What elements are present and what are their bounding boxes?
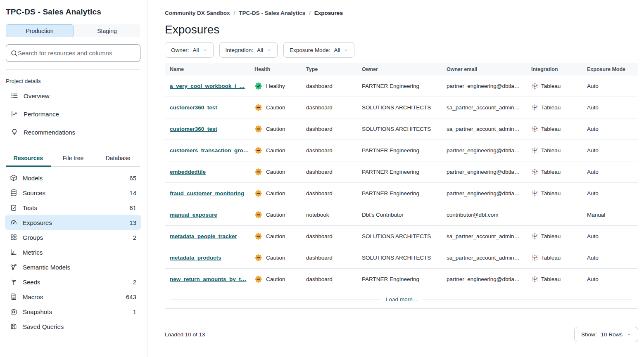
filter-value: All xyxy=(193,47,199,53)
integration-cell: Tableau xyxy=(526,276,582,283)
resource-count: 65 xyxy=(129,175,136,182)
load-more-link[interactable]: Load more... xyxy=(380,296,423,303)
exposure-name-link[interactable]: a_very_cool_workbook_i_… xyxy=(170,83,245,89)
sidebar-item-saved-queries[interactable]: Saved Queries xyxy=(5,319,141,334)
exposure-mode-filter[interactable]: Exposure Mode: All xyxy=(283,42,354,58)
owner-cell: SOLUTIONS ARCHITECTS xyxy=(357,126,442,132)
health-cell: Caution xyxy=(250,168,301,176)
owner-cell: SOLUTIONS ARCHITECTS xyxy=(357,233,442,239)
filter-value: All xyxy=(334,47,340,53)
type-cell: dashboard xyxy=(301,233,357,239)
sidebar-item-label: Tests xyxy=(23,204,37,211)
chevron-down-icon xyxy=(267,48,271,52)
exposure-name-link[interactable]: customer360_test xyxy=(170,104,217,111)
health-badge-icon xyxy=(254,104,262,111)
chevron-down-icon xyxy=(344,48,348,52)
sidebar-item-snapshots[interactable]: Snapshots 1 xyxy=(5,304,141,319)
table-row: embeddedtile Caution dashboard PARTNER E… xyxy=(165,161,638,183)
breadcrumb: Community DX Sandbox / TPC-DS - Sales An… xyxy=(165,10,638,16)
table-row: metadata_people_tracker Caution dashboar… xyxy=(165,226,638,247)
integration-label: Tableau xyxy=(541,104,561,111)
exposure-mode-cell: Auto xyxy=(582,83,638,89)
sidebar-item-groups[interactable]: Groups 2 xyxy=(5,230,141,245)
load-more-row: Load more... xyxy=(165,290,638,309)
tab-staging[interactable]: Staging xyxy=(74,24,140,37)
tab-resources[interactable]: Resources xyxy=(6,151,51,167)
health-cell: Caution xyxy=(250,254,301,262)
tab-file-tree[interactable]: File tree xyxy=(51,151,96,167)
exposure-mode-cell: Auto xyxy=(582,147,638,154)
main-content: Community DX Sandbox / TPC-DS - Sales An… xyxy=(147,0,644,357)
tableau-icon xyxy=(531,254,538,261)
breadcrumb-account[interactable]: Community DX Sandbox xyxy=(165,10,230,16)
integration-filter[interactable]: Integration: All xyxy=(219,42,278,58)
exposure-name-link[interactable]: customers_transaction_gro… xyxy=(170,147,249,154)
rows-per-page-select[interactable]: Show: 10 Rows xyxy=(574,327,638,342)
owner-filter[interactable]: Owner: All xyxy=(165,42,214,58)
gauge-icon xyxy=(10,219,17,226)
tableau-icon xyxy=(531,125,538,132)
tab-production[interactable]: Production xyxy=(6,24,74,37)
exposure-mode-cell: Auto xyxy=(582,126,638,132)
sidebar-item-semantic-models[interactable]: Semantic Models xyxy=(5,260,141,274)
sidebar-item-exposures[interactable]: Exposures 13 xyxy=(5,215,141,230)
trend-chart-icon xyxy=(11,110,18,118)
exposure-name-link[interactable]: fraud_customer_monitoring xyxy=(170,190,244,196)
exposure-name-link[interactable]: new_return_amounts_by_t… xyxy=(170,276,246,282)
owner-email-cell: sa_partner_account_admin… xyxy=(442,233,526,239)
sidebar-item-label: Recommendations xyxy=(24,129,75,136)
health-cell: Caution xyxy=(250,232,301,240)
health-cell: Caution xyxy=(250,125,301,133)
sidebar-item-macros[interactable]: Macros 643 xyxy=(5,289,141,304)
tableau-icon xyxy=(531,190,538,197)
exposure-mode-cell: Manual xyxy=(582,212,638,218)
table-row: fraud_customer_monitoring Caution dashbo… xyxy=(165,183,638,204)
sidebar-item-recommendations[interactable]: Recommendations xyxy=(6,123,140,141)
owner-cell: PARTNER Engineering xyxy=(357,276,442,282)
health-label: Caution xyxy=(266,190,285,196)
owner-cell: PARTNER Engineering xyxy=(357,190,442,196)
health-badge-icon xyxy=(254,168,262,176)
exposure-name-link[interactable]: customer360_test xyxy=(170,126,217,132)
exposure-name-link[interactable]: manual_exposure xyxy=(170,212,217,218)
sidebar-item-label: Snapshots xyxy=(23,308,52,315)
health-label: Caution xyxy=(266,212,285,218)
exposure-name-link[interactable]: metadata_people_tracker xyxy=(170,233,237,239)
sidebar-item-label: Models xyxy=(23,175,43,182)
breadcrumb-project[interactable]: TPC-DS - Sales Analytics xyxy=(239,10,305,16)
exposure-mode-cell: Auto xyxy=(582,190,638,196)
table-row: new_return_amounts_by_t… Caution dashboa… xyxy=(165,269,638,290)
sidebar-item-tests[interactable]: Tests 61 xyxy=(5,200,141,215)
filter-bar: Owner: All Integration: All Exposure Mod… xyxy=(165,42,638,58)
type-cell: dashboard xyxy=(301,104,357,111)
health-badge-icon xyxy=(254,125,262,133)
sidebar-item-metrics[interactable]: Metrics xyxy=(5,245,141,260)
sidebar-item-label: Groups xyxy=(23,234,43,241)
search-input[interactable] xyxy=(18,50,136,57)
project-details-list: Overview Performance Recommendations xyxy=(6,87,140,141)
health-badge-icon xyxy=(254,232,262,240)
tableau-icon xyxy=(531,147,538,154)
table-row: customer360_test Caution dashboard SOLUT… xyxy=(165,97,638,118)
resource-count: 13 xyxy=(129,219,136,226)
page-title: Exposures xyxy=(165,23,638,36)
owner-cell: PARTNER Engineering xyxy=(357,83,442,89)
owner-cell: Dbt's Contributor xyxy=(357,212,442,218)
resources-list: Models 65 Sources 14 Tests 61 Exposures … xyxy=(6,170,140,334)
exposure-name-link[interactable]: embeddedtile xyxy=(170,169,206,175)
health-label: Caution xyxy=(266,126,285,132)
sidebar-item-seeds[interactable]: Seeds 2 xyxy=(5,274,141,289)
health-badge-icon xyxy=(254,211,262,219)
sidebar-item-label: Overview xyxy=(24,92,50,99)
type-cell: dashboard xyxy=(301,83,357,89)
health-label: Caution xyxy=(266,104,285,111)
integration-cell: Tableau xyxy=(526,83,582,90)
sidebar-item-performance[interactable]: Performance xyxy=(6,105,140,123)
loaded-count-text: Loaded 10 of 13 xyxy=(165,331,205,338)
tab-database[interactable]: Database xyxy=(95,151,140,167)
exposure-name-link[interactable]: metadata_products xyxy=(170,255,221,261)
sidebar-item-sources[interactable]: Sources 14 xyxy=(5,185,141,200)
sidebar-item-models[interactable]: Models 65 xyxy=(5,170,141,185)
integration-cell: Tableau xyxy=(526,147,582,154)
sidebar-item-overview[interactable]: Overview xyxy=(6,87,140,105)
